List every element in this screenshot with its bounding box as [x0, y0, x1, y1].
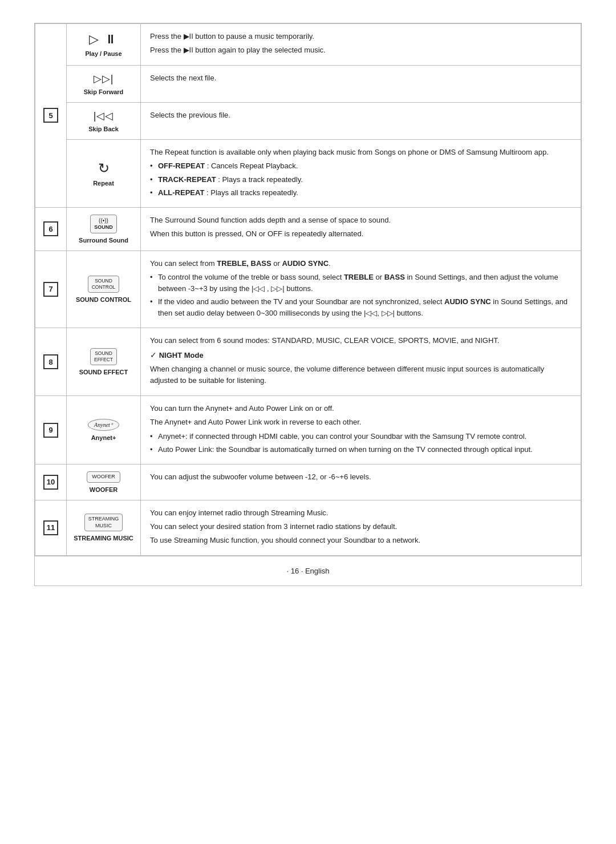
row-desc-cell: The Repeat function is available only wh… [141, 140, 581, 208]
repeat-icon: ↻ [98, 160, 110, 176]
skip-back-icon: |◁◁ [94, 110, 114, 122]
table-row: 6 ((•))SOUND Surround Sound The Surround… [35, 207, 581, 251]
table-row: ▷▷| Skip Forward Selects the next file. [35, 66, 581, 103]
icon-label: WOOFER [71, 486, 136, 493]
row-number: 8 [35, 328, 67, 396]
row-icon-cell: ((•))SOUND Surround Sound [67, 207, 141, 251]
play-pause-icon: ▷ ⏸ [89, 32, 118, 46]
row-icon-cell: STREAMINGMUSIC STREAMING MUSIC [67, 500, 141, 555]
desc-text: Selects the next file. [150, 72, 572, 84]
sound-effect-icon: SOUNDEFFECT [90, 348, 117, 365]
table-row: |◁◁ Skip Back Selects the previous file. [35, 103, 581, 140]
desc-text-bold: You can select from TREBLE, BASS or AUDI… [150, 258, 572, 269]
table-row: 7 SOUNDCONTROL SOUND CONTROL You can sel… [35, 251, 581, 328]
desc-text: Press the ▶II button to pause a music te… [150, 31, 572, 42]
table-row: ↻ Repeat The Repeat function is availabl… [35, 140, 581, 208]
icon-cell: |◁◁ Skip Back [71, 110, 136, 132]
desc-text: Selects the previous file. [150, 110, 572, 121]
desc-text: To use Streaming Music function, you sho… [150, 535, 572, 546]
row-desc-cell: You can enjoy internet radio through Str… [141, 500, 581, 555]
row-icon-cell: SOUNDCONTROL SOUND CONTROL [67, 251, 141, 328]
icon-label: SOUND EFFECT [71, 369, 136, 375]
row-desc-cell: Selects the next file. [141, 66, 581, 103]
desc-bullet: •TRACK-REPEAT : Plays a track repeatedly… [150, 174, 572, 185]
row-desc-cell: You can turn the Anynet+ and Auto Power … [141, 396, 581, 465]
desc-text: The Anynet+ and Auto Power Link work in … [150, 417, 572, 428]
icon-label: Skip Back [71, 126, 136, 132]
row-desc-cell: You can adjust the subwoofer volume betw… [141, 464, 581, 500]
surround-icon: ((•))SOUND [90, 215, 117, 233]
desc-text: You can adjust the subwoofer volume betw… [150, 471, 572, 483]
table-row: 11 STREAMINGMUSIC STREAMING MUSIC You ca… [35, 500, 581, 555]
row-icon-cell: SOUNDEFFECT SOUND EFFECT [67, 328, 141, 396]
streaming-icon: STREAMINGMUSIC [84, 514, 123, 531]
woofer-icon: WOOFER [87, 471, 120, 483]
icon-cell: ▷▷| Skip Forward [71, 72, 136, 95]
desc-text: The Surround Sound function adds depth a… [150, 215, 572, 226]
icon-cell: SOUNDCONTROL SOUND CONTROL [71, 276, 136, 303]
desc-bullet-complex2: •If the video and audio between the TV a… [150, 296, 572, 319]
icon-label: SOUND CONTROL [71, 296, 136, 303]
icon-cell: SOUNDEFFECT SOUND EFFECT [71, 348, 136, 375]
icon-label: Repeat [71, 180, 136, 187]
row-icon-cell: Anynet⁺ Anynet+ [67, 396, 141, 465]
icon-cell: ((•))SOUND Surround Sound [71, 215, 136, 244]
row-number: 9 [35, 396, 67, 465]
table-row: 9 Anynet⁺ Anynet+ You can turn the Anyne… [35, 396, 581, 465]
desc-text: When this button is pressed, ON or OFF i… [150, 228, 572, 240]
row-desc-cell: Press the ▶II button to pause a music te… [141, 24, 581, 66]
icon-label: Surround Sound [71, 237, 136, 244]
desc-text: When changing a channel or music source,… [150, 364, 572, 386]
table-row: 5 ▷ ⏸ Play / Pause Press the ▶II button … [35, 24, 581, 66]
desc-text: You can select from 6 sound modes: STAND… [150, 335, 572, 346]
row-icon-cell: WOOFER WOOFER [67, 464, 141, 500]
row-number: 5 [35, 24, 67, 208]
desc-check-item: ✓ NIGHT Mode [150, 349, 572, 362]
table-row: 8 SOUNDEFFECT SOUND EFFECT You can selec… [35, 328, 581, 396]
row-icon-cell: |◁◁ Skip Back [67, 103, 141, 140]
desc-bullet-complex3: •Auto Power Link: the Soundbar is automa… [150, 444, 572, 455]
desc-bullet: •ALL-REPEAT : Plays all tracks repeatedl… [150, 187, 572, 199]
row-number: 6 [35, 207, 67, 251]
desc-text: You can select your desired station from… [150, 521, 572, 532]
main-page: 5 ▷ ⏸ Play / Pause Press the ▶II button … [34, 23, 582, 586]
row-desc-cell: Selects the previous file. [141, 103, 581, 140]
icon-label: Anynet+ [71, 434, 136, 441]
icon-cell: ↻ Repeat [71, 160, 136, 187]
footer-text: · 16 · English [286, 567, 329, 575]
desc-text: Press the ▶II button again to play the s… [150, 45, 572, 56]
row-desc-cell: The Surround Sound function adds depth a… [141, 207, 581, 251]
icon-label: STREAMING MUSIC [71, 535, 136, 542]
sound-control-icon: SOUNDCONTROL [88, 276, 120, 293]
row-icon-cell: ↻ Repeat [67, 140, 141, 208]
icon-cell: Anynet⁺ Anynet+ [71, 419, 136, 441]
skip-forward-icon: ▷▷| [94, 73, 114, 84]
row-number: 11 [35, 500, 67, 555]
icon-cell: WOOFER WOOFER [71, 471, 136, 493]
row-icon-cell: ▷ ⏸ Play / Pause [67, 24, 141, 66]
row-icon-cell: ▷▷| Skip Forward [67, 66, 141, 103]
row-desc-cell: You can select from 6 sound modes: STAND… [141, 328, 581, 396]
icon-label: Skip Forward [71, 88, 136, 95]
desc-bullet-complex: •To control the volume of the treble or … [150, 272, 572, 294]
desc-text: The Repeat function is available only wh… [150, 147, 572, 158]
anynet-icon: Anynet⁺ [88, 419, 119, 431]
desc-text: You can turn the Anynet+ and Auto Power … [150, 403, 572, 414]
icon-cell: STREAMINGMUSIC STREAMING MUSIC [71, 514, 136, 542]
content-table: 5 ▷ ⏸ Play / Pause Press the ▶II button … [35, 23, 581, 556]
icon-cell: ▷ ⏸ Play / Pause [71, 32, 136, 57]
table-row: 10 WOOFER WOOFER You can adjust the subw… [35, 464, 581, 500]
desc-bullet-complex3: •Anynet+: if connected through HDMI cabl… [150, 431, 572, 442]
desc-text: You can enjoy internet radio through Str… [150, 507, 572, 519]
row-desc-cell: You can select from TREBLE, BASS or AUDI… [141, 251, 581, 328]
row-number: 7 [35, 251, 67, 328]
icon-label: Play / Pause [71, 50, 136, 57]
row-number: 10 [35, 464, 67, 500]
desc-bullet: •OFF-REPEAT : Cancels Repeat Playback. [150, 160, 572, 172]
page-footer: · 16 · English [35, 556, 581, 585]
